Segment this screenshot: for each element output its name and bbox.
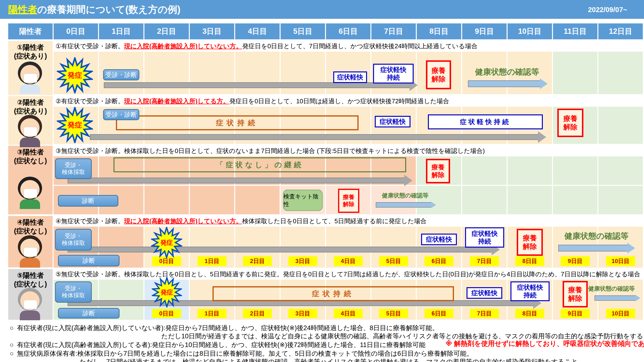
row5-symptom-continue-box: 症状持続 — [212, 286, 454, 301]
row4-relabel-8: 8日目 — [515, 256, 544, 266]
header-cell-day11: 11日目 — [553, 23, 598, 39]
elderly-woman-illustration — [16, 288, 44, 321]
row4-relabel-2: 2日目 — [243, 256, 272, 266]
note-line-5: ただし、7日間が経過するまでは、検温など自身による健康状態の確認、高齢者等ハイリ… — [80, 358, 584, 362]
bullet-icon: ○ — [10, 350, 14, 358]
row2-onset-starburst: 発症 — [57, 107, 93, 143]
row1-desc-red: 現に入院(高齢者施設入所)していない方。 — [124, 42, 242, 50]
row2-desc-post: 発症日を0日目として、10日間は経過し、かつ症状軽快後72時間経過した場合 — [230, 97, 449, 105]
row4-symptom-relief-box: 症状軽快 — [421, 234, 457, 245]
row2-relief-continued-box: 症状軽快持続 — [428, 114, 543, 129]
row3-consult-sampling-button: 受診・ 検体採取 — [55, 158, 92, 179]
row1-label-line1: ①陽性者 — [17, 43, 44, 51]
header-cell-day0: 0日目 — [54, 23, 98, 39]
row3-health-check-label: 健康状態の確認等 — [366, 192, 444, 199]
header-cell-day12: 12日目 — [598, 23, 643, 39]
row3-description: ③無症状で受診・診断。検体採取した日を0日目として、症状のないまま7日間経過した… — [54, 146, 643, 155]
row4-health-check-label: 健康状態の確認等 — [554, 231, 639, 242]
row3-upper-cells-green — [417, 156, 643, 185]
row2-symptom-continue-box: 症状持続 — [116, 115, 358, 130]
row5-desc-pre: ⑤無症状で受診・診断。検体採取した日を0日目とし、5日間経過する前に発症。発症日… — [56, 271, 640, 278]
row5-health-check-label: 健康状態の確認等 — [588, 285, 635, 293]
header-cell-day1: 1日目 — [99, 23, 144, 39]
row2-label-line2: (症状あり) — [14, 107, 47, 115]
row1-consult-button: 受診・診断 — [103, 69, 139, 80]
row1-desc-pre: ①有症状で受診・診断。 — [56, 42, 124, 50]
row4-relabel-3: 3日目 — [288, 256, 317, 266]
row3-label-cell: ③陽性者 (症状なし) — [8, 146, 53, 214]
row4-description: ④無症状で受診・診断。現に入院(高齢者施設入所)していない方。検体採取した日を0… — [54, 216, 643, 226]
row4-relabel-5: 5日目 — [379, 256, 408, 266]
effective-date: 2022/09/07~ — [588, 6, 627, 14]
row5-health-check-arrow — [594, 295, 636, 301]
row3-desc-pre: ③無症状で受診・診断。検体採取した日を0日目として、症状のないまま7日間経過した… — [56, 147, 485, 154]
row1-relief-continued-box: 症状軽快 持続 — [373, 64, 414, 83]
row1-health-check-arrow — [468, 80, 540, 87]
row2-label-line1: ②陽性者 — [17, 98, 44, 106]
row1-cells-green — [553, 52, 643, 94]
header-cell-day9: 9日目 — [462, 23, 506, 39]
row2-release-box: 療養 解除 — [557, 109, 584, 137]
row1-health-check-label: 健康状態の確認等 — [465, 67, 549, 77]
header-cell-day6: 6日目 — [326, 23, 370, 39]
row5-relabel-2: 2日目 — [243, 309, 272, 318]
header-cell-day10: 10日目 — [508, 23, 552, 39]
row4-health-check-arrow — [558, 245, 628, 252]
sick-woman-illustration — [16, 115, 44, 147]
header-cell-day7: 7日目 — [372, 23, 416, 39]
row5-relabel-9: 9日目 — [561, 309, 590, 318]
row3-health-check-arrow — [376, 202, 431, 208]
note-line-3: ○有症状者(現に入院(高齢者施設入所)してる者):発症日から10日間経過し、かつ… — [10, 341, 426, 349]
header-cell-day2: 2日目 — [144, 23, 189, 39]
row2-desc-red: 現に入院(高齢者施設入所)してる方。 — [124, 97, 230, 105]
row4-relief-continued-box: 症状軽快 持続 — [465, 227, 504, 248]
note-line-4: ○無症状病原体保有者:検体採取日から7日間を経過した場合には8日目に療養解除可能… — [10, 349, 473, 358]
header-cell-day4: 4日目 — [235, 23, 280, 39]
person-body — [20, 84, 40, 94]
row4-relabel-7: 7日目 — [470, 256, 499, 266]
header-cell-day5: 5日目 — [280, 23, 325, 39]
row3-label-line1: ③陽性者 — [17, 148, 44, 156]
row4-relabel-4: 4日目 — [334, 256, 363, 266]
row5-label-line1: ⑤陽性者 — [17, 272, 44, 279]
row5-diagnosis-button: 診断 — [58, 308, 120, 319]
row3-label-line2: (症状なし) — [14, 157, 47, 165]
row2-desc-pre: ②有症状で受診・診断。 — [56, 97, 124, 105]
page-title-rest: の療養期間について(数え方の例) — [37, 4, 180, 15]
row3-diagnosis-button: 診断 — [58, 195, 118, 207]
row5-relabel-3: 3日目 — [288, 309, 317, 318]
bullet-icon: ○ — [10, 324, 14, 332]
row4-consult-sampling-button: 受診・ 検体採取 — [55, 229, 92, 251]
masked-boy-illustration — [16, 177, 44, 209]
fever-footnote: ※ 解熱剤を使用せずに解熱しており、呼吸器症状が改善傾向である場合 — [446, 339, 644, 348]
row5-relabel-0: 0日目 — [152, 309, 181, 318]
person-mask — [24, 74, 37, 83]
row4-timeline-arrow — [68, 247, 492, 252]
row4-desc-pre: ④無症状で受診・診断。 — [56, 217, 124, 225]
row5-relabel-4: 4日目 — [334, 309, 363, 318]
row5-relief-continued-box: 症状軽快 持続 — [510, 281, 550, 301]
header-cell-patient: 陽性者 — [8, 23, 53, 39]
page-title-highlight: 陽性者 — [8, 4, 37, 15]
row4-relabel-1: 1日目 — [198, 256, 226, 266]
row4-desc-post: 検体採取した日を0日目として、5日間経過する前に発症した場合 — [242, 217, 427, 225]
row3-release-box-upper: 療養 解除 — [426, 159, 450, 183]
row5-label-cell: ⑤陽性者 (症状なし) — [8, 269, 53, 320]
row5-relabel-6: 6日目 — [424, 309, 454, 318]
row1-timeline-arrow — [104, 82, 410, 88]
row5-label-line2: (症状なし) — [14, 280, 47, 288]
note-line-1: ○有症状者(現に入院(高齢者施設入所)していない者):発症日から7日間経過し、か… — [10, 324, 438, 332]
row4-label-line1: ④陽性者 — [17, 218, 44, 226]
row1-label-cell: ①陽性者 (症状あり) — [8, 41, 53, 95]
row4-label-cell: ④陽性者 (症状なし) — [8, 216, 53, 267]
row5-description: ⑤無症状で受診・診断。検体採取した日を0日目とし、5日間経過する前に発症。発症日… — [54, 269, 643, 279]
row3-no-symptom-box: 「症状なし」の継続 — [114, 157, 406, 172]
row4-diagnosis-button: 診断 — [58, 255, 120, 266]
row4-relabel-6: 6日目 — [424, 256, 454, 266]
masked-girl-illustration — [16, 235, 44, 268]
row5-relabel-7: 7日目 — [470, 309, 499, 318]
row4-relabel-10: 10日目 — [606, 256, 635, 266]
row1-label-line2: (症状あり) — [14, 52, 47, 60]
row2-symptom-relief-box: 症状軽快 — [375, 116, 410, 127]
row5-relabel-1: 1日目 — [198, 309, 226, 318]
